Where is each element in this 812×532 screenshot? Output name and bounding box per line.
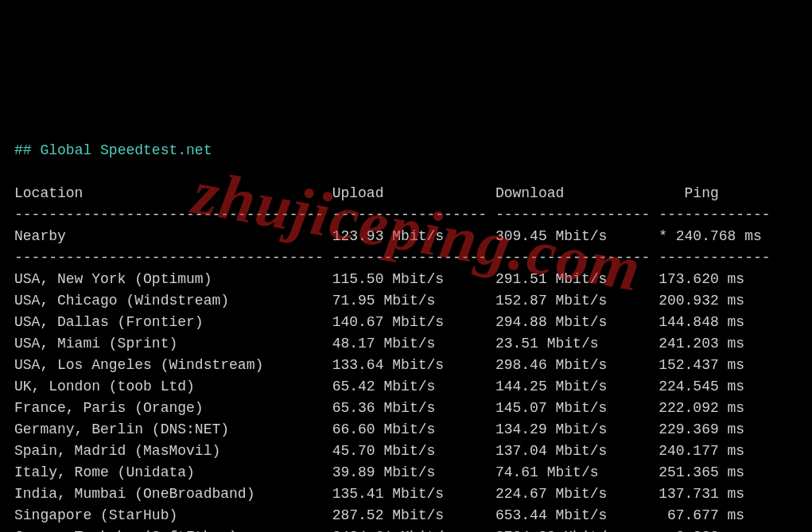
separator-line: ------------------------------------ ---…	[14, 250, 771, 266]
separator-line: ------------------------------------ ---…	[14, 207, 771, 223]
table-row: UK, London (toob Ltd) 65.42 Mbit/s 144.2…	[14, 379, 744, 394]
table-row: India, Mumbai (OneBroadband) 135.41 Mbit…	[14, 486, 744, 502]
table-row: France, Paris (Orange) 65.36 Mbit/s 145.…	[14, 400, 744, 416]
column-headers: Location Upload Download Ping	[14, 185, 719, 201]
table-row: USA, New York (Optimum) 115.50 Mbit/s 29…	[14, 271, 744, 287]
table-row: Singapore (StarHub) 287.52 Mbit/s 653.44…	[14, 507, 744, 523]
table-row-nearby: Nearby 123.93 Mbit/s 309.45 Mbit/s * 240…	[14, 228, 762, 244]
terminal-output: ## Global Speedtest.net Location Upload …	[14, 140, 798, 532]
table-row: USA, Los Angeles (Windstream) 133.64 Mbi…	[14, 357, 744, 373]
section-title: Global Speedtest.net	[40, 142, 212, 158]
table-row: USA, Chicago (Windstream) 71.95 Mbit/s 1…	[14, 293, 744, 309]
table-row: USA, Dallas (Frontier) 140.67 Mbit/s 294…	[14, 314, 744, 330]
table-row: Japan, Tsukuba (SoftEther) 3434.61 Mbit/…	[14, 529, 744, 532]
section-hash: ##	[14, 142, 32, 158]
table-row: Spain, Madrid (MasMovil) 45.70 Mbit/s 13…	[14, 443, 744, 459]
table-row: Italy, Rome (Unidata) 39.89 Mbit/s 74.61…	[14, 464, 744, 480]
table-row: Germany, Berlin (DNS:NET) 66.60 Mbit/s 1…	[14, 421, 744, 437]
table-row: USA, Miami (Sprint) 48.17 Mbit/s 23.51 M…	[14, 336, 744, 351]
